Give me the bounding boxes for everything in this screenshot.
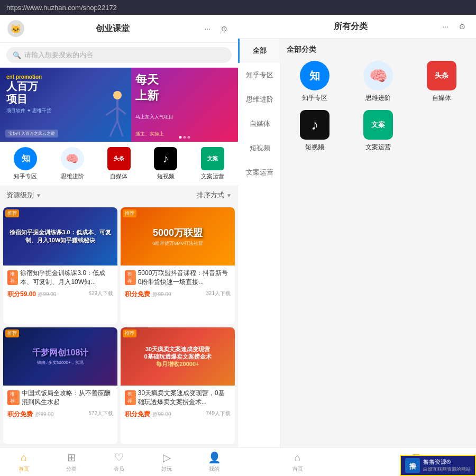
watermark-logo-svg: 撸 [405,458,420,473]
cat-siwei-icon: 🧠 [61,147,84,170]
sidebar-cat-all[interactable]: 全部 [238,39,280,63]
grid-cat-zhihu-label: 知乎专区 [302,94,327,103]
product-price-3: 积分免费 [7,410,33,418]
cat-zhihu-icon: 知 [14,147,37,170]
search-input[interactable]: 请输入想要搜索的内容 [24,50,93,60]
cat-zhihu[interactable]: 知 知乎专区 [7,147,44,180]
cat-wenshu[interactable]: 文案 文案运营 [194,147,231,180]
resource-filter-btn[interactable]: 资源级别 ▼ [6,190,41,200]
banner-left[interactable]: ent promotion 人百万项目 项目软件 ✦ 思维千货 宝妈年入百万之风… [0,68,131,142]
grid-cat-douyin[interactable]: ♪ 短视频 [287,110,343,152]
right-nav-home-icon: ⌂ [294,452,300,464]
search-bar: 🔍 请输入想要搜索的内容 [0,43,238,68]
grid-cat-zhihu[interactable]: 知 知乎专区 [287,61,343,103]
left-header-right-icons: ··· ⊙ [201,22,231,35]
product-price-1: 积分59.00 [7,290,38,298]
grid-cat-toutiao[interactable]: 头条 自媒体 [414,61,470,103]
product-price-wrap-4: 积分免费 原99.00 [125,409,171,419]
product-title-2: 5000万联盟抖音课程：抖音新号0粉带货快速一场直接... [138,269,231,287]
product-card-2[interactable]: 5000万联盟 0粉带货万6MV打法社群 推荐 推荐 5000万联盟抖音课程：抖… [121,207,235,324]
left-panel: 🐱 创业课堂 ··· ⊙ 🔍 请输入想要搜索的内容 ent promotion … [0,15,238,476]
product-price-wrap-1: 积分59.00 原99.00 [7,289,56,299]
cat-toutiao-label: 自媒体 [110,172,127,180]
right-panel: 所有分类 ··· ⊙ 全部 知乎专区 思维进阶 自媒体 短视频 文案运营 全部分… [238,15,476,476]
sidebar-cat-siwei[interactable]: 思维进阶 [238,87,280,112]
product-meta-4: 积分免费 原99.00 749人下载 [125,409,231,419]
grid-cat-wenshu[interactable]: 文案 文案运营 [350,110,406,152]
left-category-row: 知 知乎专区 🧠 思维进阶 头条 自媒体 ♪ 短视频 文案 文案运营 [0,142,238,186]
grid-cat-siwei[interactable]: 🧠 思维进阶 [350,61,406,103]
dot-3 [187,136,190,139]
search-icon: 🔍 [13,51,21,59]
left-header-left-icons: 🐱 [7,20,24,37]
product-recommend-tag-2: 推荐 [125,270,136,285]
product-card-4[interactable]: 30天疯卖文案速成变现营0基础玩透爆卖文案捞金术每月增收20000+ 推荐 推荐… [121,327,235,444]
sidebar-cat-zimeiti[interactable]: 自媒体 [238,112,280,136]
right-more-icon[interactable]: ··· [439,20,452,33]
sidebar-cat-wenshu[interactable]: 文案运营 [238,160,280,185]
product-downloads-3: 572人下载 [88,410,113,417]
right-scan-icon[interactable]: ⊙ [456,20,469,33]
resource-filter-label: 资源级别 [6,190,34,200]
grid-cat-siwei-icon: 🧠 [363,61,393,90]
product-badge-1: 推荐 [5,209,19,217]
right-bottom-nav: ⌂ 首页 ⊞ 分类 撸 撸撸资源® 白嫖互联网资源的网站 [238,447,476,476]
sidebar-cat-shipin[interactable]: 短视频 [238,136,280,160]
banner-right[interactable]: 每天上新 马上加入人气项目 播主、实操上 [131,68,239,142]
watermark-text-block: 撸撸资源® 白嫖互联网资源的网站 [423,458,471,472]
sort-filter-btn[interactable]: 排序方式 ▼ [197,190,232,200]
product-thumb-inner-3: 千梦网创108计 钱由: 多卖30000+，实现 [30,345,91,368]
product-thumb-2: 5000万联盟 0粉带货万6MV打法社群 推荐 [121,207,235,266]
left-nav-member-label: 会员 [114,465,124,473]
search-input-wrap[interactable]: 🔍 请输入想要搜索的内容 [6,47,232,63]
left-nav-category[interactable]: ⊞ 分类 [48,448,95,476]
avatar-icon[interactable]: 🐱 [7,20,24,37]
product-price-wrap-3: 积分免费 原99.00 [7,409,53,419]
resource-filter-arrow: ▼ [36,193,41,198]
product-thumb-bg-4: 30天疯卖文案速成变现营0基础玩透爆卖文案捞金术每月增收20000+ [121,327,235,386]
grid-cat-zhihu-icon: 知 [300,61,329,90]
product-thumb-text-1: 徐宿知乎掘金训练课3.0：低成本、可复制、月入10W知乎赚钱秘诀 [3,226,117,246]
product-price-4: 积分免费 [125,410,150,418]
left-nav-profile[interactable]: 👤 我的 [190,448,238,476]
cat-siwei-label: 思维进阶 [61,172,84,180]
grid-cat-toutiao-label: 自媒体 [432,94,451,103]
product-info-1: 推荐 徐宿知乎掘金训练课3.0：低成本、可复制、月入10W知... 积分59.0… [3,266,117,302]
left-nav-fun[interactable]: ▷ 好玩 [143,448,190,476]
more-icon[interactable]: ··· [201,22,214,35]
scan-icon[interactable]: ⊙ [218,22,231,35]
product-downloads-1: 629人下载 [88,290,113,297]
product-badge-2: 推荐 [123,209,136,217]
sidebar-cat-zhihu[interactable]: 知乎专区 [238,63,280,87]
product-recommend-tag-4: 推荐 [125,390,136,405]
cat-douyin-label: 短视频 [157,172,175,180]
product-info-4: 推荐 30天疯卖文案速成变现营，0基础玩透爆卖文案捞金术... 积分免费 原99… [121,386,235,422]
left-nav-member-icon: ♡ [114,451,124,464]
product-thumb-bg-1: 徐宿知乎掘金训练课3.0：低成本、可复制、月入10W知乎赚钱秘诀 [3,207,117,266]
cat-douyin[interactable]: ♪ 短视频 [147,147,184,180]
product-card-3[interactable]: 千梦网创108计 钱由: 多卖30000+，实现 推荐 推荐 中国式饭局全攻略：… [3,327,117,444]
left-nav-member[interactable]: ♡ 会员 [95,448,143,476]
left-nav-home[interactable]: ⌂ 首页 [0,448,48,476]
product-recommend-tag-1: 推荐 [7,270,18,285]
svg-line-3 [117,107,126,114]
dot-2 [183,136,186,139]
watermark-brand: 撸撸资源® [423,458,471,465]
left-nav-profile-label: 我的 [209,465,219,473]
all-section-label: 全部分类 [287,45,470,54]
right-nav-home[interactable]: ⌂ 首页 [238,448,357,476]
main-cats: 全部分类 知 知乎专区 🧠 思维进阶 头条 自媒体 [280,39,476,447]
left-nav-home-label: 首页 [19,465,29,473]
product-card-1[interactable]: 徐宿知乎掘金训练课3.0：低成本、可复制、月入10W知乎赚钱秘诀 推荐 推荐 徐… [3,207,117,324]
cat-grid: 知 知乎专区 🧠 思维进阶 头条 自媒体 ♪ 短视频 [287,61,470,152]
banner-right-headline: 每天上新 [135,72,234,104]
cat-toutiao[interactable]: 头条 自媒体 [100,147,138,180]
watermark-logo: 撸 [405,458,420,473]
product-badge-4: 推荐 [123,329,136,337]
left-nav-category-icon: ⊞ [67,451,76,464]
cat-siwei[interactable]: 🧠 思维进阶 [54,147,91,180]
banner-area: ent promotion 人百万项目 项目软件 ✦ 思维千货 宝妈年入百万之风… [0,68,238,142]
banner-left-label: ent promotion [6,74,125,80]
product-thumb-bg-3: 千梦网创108计 钱由: 多卖30000+，实现 [3,327,117,386]
sort-filter-arrow: ▼ [226,193,232,198]
